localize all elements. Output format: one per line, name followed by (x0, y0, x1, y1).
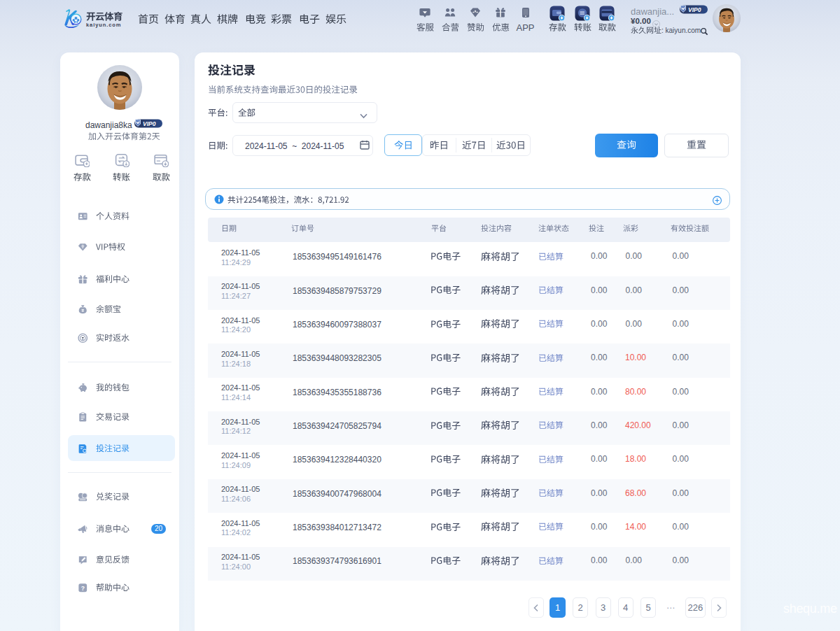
svg-text:?: ? (80, 585, 84, 592)
svg-text:VIP0: VIP0 (143, 120, 156, 127)
svg-text:VIP0: VIP0 (688, 6, 701, 13)
